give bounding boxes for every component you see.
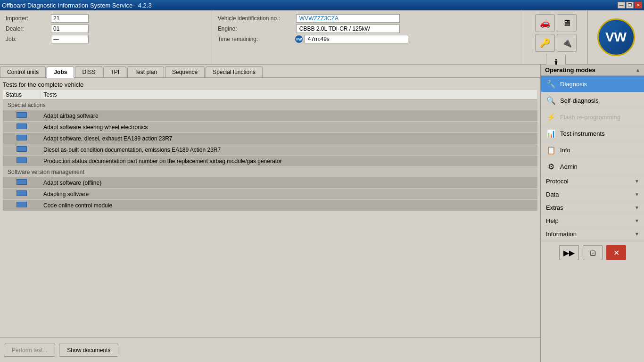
sidebar-item-test-instruments[interactable]: 📊 Test instruments [541,125,644,142]
status-cell [3,110,41,122]
sidebar-section-extras[interactable]: Extras ▼ [541,201,644,214]
sidebar-item-icon: 🔧 [546,79,556,89]
header: Importer: 21 Dealer: 01 Job: — Vehicle i… [0,10,644,65]
show-documents-button[interactable]: Show documents [59,344,118,357]
status-cell [3,156,41,167]
sidebar-section-help[interactable]: Help ▼ [541,214,644,228]
sidebar-item-icon: 📋 [546,145,556,155]
operating-modes-header[interactable]: Operating modes ▲ [541,65,644,76]
chevron-down-icon: ▼ [635,205,639,210]
sidebar-item-label: Info [560,147,570,154]
sidebar-item-label: Flash re-programming [560,114,620,121]
view-btn[interactable]: ⊡ [583,245,603,260]
test-name-cell: Adapting software [41,189,537,200]
status-indicator [17,135,27,140]
key-icon-btn[interactable]: 🔑 [535,34,555,52]
tab-test-plan[interactable]: Test plan [127,66,164,77]
chevron-down-icon: ▼ [635,192,639,197]
test-name-cell: Diesel as-built condition documentation,… [41,144,537,156]
sidebar-item-info[interactable]: 📋 Info [541,142,644,158]
sidebar-section-protocol[interactable]: Protocol ▼ [541,175,644,188]
table-row[interactable]: Diesel as-built condition documentation,… [3,144,537,156]
sidebar-item-icon: 🔍 [546,95,556,106]
table-row[interactable]: Adapting software [3,189,537,200]
status-cell [3,177,41,189]
sidebar-item-admin[interactable]: ⚙ Admin [541,158,644,175]
sidebar-section-label: Extras [546,204,563,211]
tab-jobs[interactable]: Jobs [47,66,74,78]
close-action-btn[interactable]: ✕ [606,245,626,260]
table-header-row: Status Tests [3,90,537,100]
vw-logo: VW [597,18,635,56]
main-container: Importer: 21 Dealer: 01 Job: — Vehicle i… [0,10,644,362]
table-row[interactable]: Production status documentation part num… [3,156,537,167]
tests-area: Tests for the complete vehicle Status Te… [0,78,540,337]
tab-sequence[interactable]: Sequence [165,66,205,77]
titlebar: Offboard Diagnostic Information System S… [0,0,644,10]
table-row[interactable]: Adapt software, diesel, exhaust EA189 ac… [3,133,537,144]
forward-btn[interactable]: ▶▶ [559,245,579,260]
time-label: Time remaining: [218,36,293,42]
tab-control-units[interactable]: Control units [0,66,46,77]
group-header-cell: Special actions [3,100,537,111]
status-indicator [17,202,27,207]
test-name-cell: Adapt software steering wheel electronic… [41,122,537,133]
sidebar-item-icon: ⚙ [546,161,556,172]
tab-tpi[interactable]: TPI [103,66,126,77]
status-cell [3,122,41,133]
sidebar-item-label: Self-diagnosis [560,97,599,104]
sidebar-item-flash-re-programming: ⚡ Flash re-programming [541,109,644,125]
vin-label: Vehicle identification no.: [218,15,293,22]
header-left: Importer: 21 Dealer: 01 Job: — [0,10,212,64]
job-value: — [51,35,89,43]
col-tests-header: Tests [41,90,537,100]
tests-table: Status Tests Special actions Adapt airba… [3,90,537,211]
status-indicator [17,190,27,196]
sidebar-items: 🔧 Diagnosis 🔍 Self-diagnosis ⚡ Flash re-… [541,76,644,175]
status-cell [3,144,41,156]
group-header-row: Special actions [3,100,537,111]
header-icons: 🚗 🖥 🔑 🔌 ℹ [524,10,587,64]
dealer-value: 01 [51,25,89,33]
restore-button[interactable]: ❐ [626,2,634,8]
titlebar-controls: — ❐ ✕ [618,2,642,8]
table-row[interactable]: Adapt software steering wheel electronic… [3,122,537,133]
vw-small-icon: VW [295,35,303,43]
car-icon-btn[interactable]: 🚗 [535,14,555,32]
tab-diss[interactable]: DISS [75,66,102,77]
status-cell [3,189,41,200]
header-vehicle: Vehicle identification no.: WVWZZZ3CZA E… [212,10,524,64]
tabs: Control units Jobs DISS TPI Test plan Se… [0,65,540,78]
engine-row: Engine: CBBB 2.0L TDI-CR / 125kW [218,25,518,33]
status-indicator [17,157,27,163]
network-icon-btn[interactable]: 🖥 [557,14,577,32]
sidebar-section-data[interactable]: Data ▼ [541,188,644,201]
tab-special-functions[interactable]: Special functions [206,66,263,77]
chevron-down-icon: ▼ [635,231,639,237]
footer: Perform test... Show documents [0,337,540,362]
sidebar-item-self-diagnosis[interactable]: 🔍 Self-diagnosis [541,92,644,109]
sidebar-item-icon: ⚡ [546,112,556,122]
sidebar-section-information[interactable]: Information ▼ [541,228,644,241]
time-row: Time remaining: VW 47m:49s [218,35,518,43]
sidebar-item-label: Admin [560,163,578,170]
usb-icon-btn[interactable]: 🔌 [557,34,577,52]
engine-value: CBBB 2.0L TDI-CR / 125kW [296,25,400,33]
engine-label: Engine: [218,25,293,32]
test-name-cell: Adapt software, diesel, exhaust EA189 ac… [41,133,537,144]
importer-value: 21 [51,14,89,23]
sidebar-item-diagnosis[interactable]: 🔧 Diagnosis [541,76,644,92]
table-row[interactable]: Adapt software (offline) [3,177,537,189]
close-button[interactable]: ✕ [635,2,642,8]
minimize-button[interactable]: — [618,2,625,8]
sidebar-item-icon: 📊 [546,128,556,139]
table-row[interactable]: Code online control module [3,200,537,211]
perform-test-button[interactable]: Perform test... [4,344,55,357]
status-indicator [17,112,27,118]
group-header-row: Software version management [3,167,537,178]
status-indicator [17,123,27,129]
test-name-cell: Code online control module [41,200,537,211]
table-row[interactable]: Adapt airbag software [3,110,537,122]
sidebar-sections: Protocol ▼ Data ▼ Extras ▼ Help ▼ Inform… [541,175,644,241]
chevron-down-icon: ▼ [635,218,639,223]
